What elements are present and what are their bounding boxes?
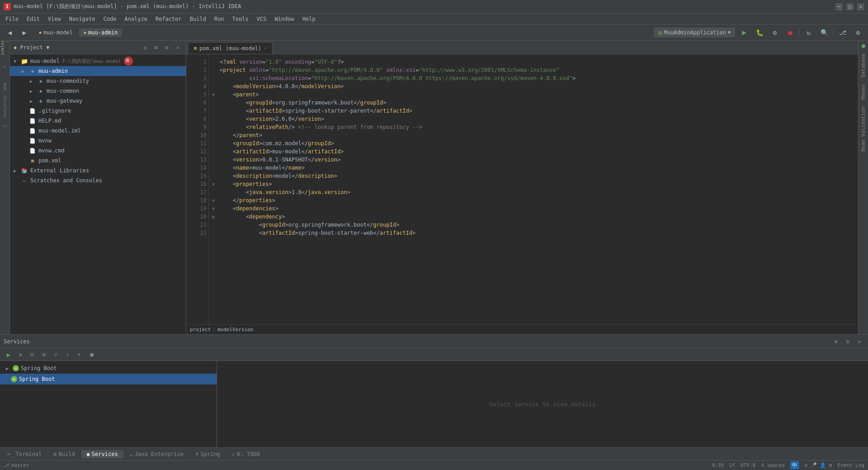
panel-close-btn[interactable]: ✕: [173, 43, 182, 52]
tree-item-pom-xml[interactable]: m pom.xml: [10, 156, 186, 166]
tree-root-muu-model[interactable]: ▼ 📁 muu-model F:\我的项目\muu-model 🔍: [10, 56, 186, 66]
status-line-ending[interactable]: LF: [729, 462, 735, 468]
bean-validation-side-tab[interactable]: Bean Validation: [859, 103, 867, 155]
tree-item-mvnw[interactable]: 📄 mvnw: [10, 136, 186, 146]
toolbar-forward-btn[interactable]: ▶: [18, 26, 31, 39]
maximize-button[interactable]: □: [846, 3, 854, 10]
menu-run[interactable]: Run: [211, 15, 228, 23]
minimize-button[interactable]: ─: [835, 3, 843, 10]
tree-item-scratches[interactable]: ✏ Scratches and Consoles: [10, 176, 186, 185]
menu-help[interactable]: Help: [299, 15, 319, 23]
menu-analyze[interactable]: Analyze: [121, 15, 151, 23]
title-bar-left: I muu-model [F:\我的项目\muu-model] - pom.xm…: [4, 3, 241, 10]
run-config-label: MuuAdminApplication: [664, 29, 726, 36]
tab-todo[interactable]: ✓ 6: TODO: [226, 450, 265, 458]
services-collapse-btn[interactable]: ≡: [15, 350, 25, 360]
line-numbers: 1 2 3 4 5 6 7 8 9 10 11 12 13 14 15 16 1…: [186, 54, 209, 324]
project-tab-muu-model[interactable]: ◆ muu-model: [34, 28, 77, 37]
breadcrumb-project[interactable]: project: [190, 327, 211, 332]
tree-item-mvnw-cmd[interactable]: 📄 mvnw.cmd: [10, 146, 186, 156]
close-button[interactable]: ✕: [857, 3, 864, 10]
status-position[interactable]: 4:39: [712, 462, 724, 468]
editor-tab-close[interactable]: ✕: [264, 46, 267, 51]
services-expand-btn[interactable]: ⊟: [27, 350, 37, 360]
services-new-btn[interactable]: +: [74, 350, 84, 360]
menu-vcs[interactable]: VCS: [253, 15, 270, 23]
stop-button[interactable]: ■: [784, 26, 797, 39]
menu-build[interactable]: Build: [186, 15, 210, 23]
services-run-btn[interactable]: ▶: [4, 350, 14, 360]
z-structure-side-tab[interactable]: Z: [1, 122, 9, 130]
status-event-log[interactable]: Event Log: [837, 462, 864, 468]
menu-code[interactable]: Code: [100, 15, 120, 23]
services-settings-btn[interactable]: ⚙: [843, 337, 853, 347]
web-side-tab[interactable]: Web: [1, 82, 9, 90]
services-icon: ◉: [87, 451, 90, 457]
run-config-dropdown[interactable]: ⚙ MuuAdminApplication ▼: [654, 28, 735, 38]
tab-services[interactable]: ◉ Services: [81, 450, 123, 458]
tree-item-help-md-label: HELP.md: [38, 118, 61, 124]
code-content[interactable]: <?xml version="1.0" encoding="UTF-8"?> <…: [218, 54, 858, 324]
breadcrumb-modelversion[interactable]: modelVersion: [217, 327, 253, 332]
services-pin-btn[interactable]: ↑: [62, 350, 72, 360]
vcs-btn[interactable]: ⎇: [836, 26, 849, 39]
menu-navigate[interactable]: Navigate: [66, 15, 99, 23]
run-with-coverage-btn[interactable]: ⚙: [769, 26, 781, 39]
title-text: muu-model [F:\我的项目\muu-model] - pom.xml …: [14, 3, 241, 10]
todo-icon: ✓: [232, 451, 235, 457]
tree-item-muu-admin[interactable]: ▶ ◆ muu-admin: [10, 66, 186, 76]
services-add-btn[interactable]: ⊕: [831, 337, 841, 347]
springboot-icon: ⚙: [13, 365, 19, 371]
tree-item-external-libraries[interactable]: ▶ 📚 External Libraries: [10, 166, 186, 176]
status-indent[interactable]: 4 spaces: [761, 462, 785, 468]
project-tree: ▼ 📁 muu-model F:\我的项目\muu-model 🔍 ▶ ◆ mu…: [10, 54, 186, 334]
menu-refactor[interactable]: Refactor: [152, 15, 185, 23]
update-btn[interactable]: ↻: [802, 26, 815, 39]
tree-item-gitignore[interactable]: 📄 .gitignore: [10, 106, 186, 116]
java-enterprise-icon: ☕: [130, 451, 133, 457]
tree-item-help-md[interactable]: 📄 HELP.md: [10, 116, 186, 126]
editor-tab-pom-xml[interactable]: m pom.xml (muu-model) ✕: [188, 42, 273, 54]
services-close-btn[interactable]: ✕: [854, 337, 864, 347]
status-git[interactable]: ⎇ master: [4, 462, 29, 468]
debug-button[interactable]: 🐛: [753, 26, 766, 39]
tree-item-muu-common[interactable]: ▶ ◆ muu-common: [10, 86, 186, 96]
tree-item-muu-model-iml[interactable]: 📄 muu-model.iml: [10, 126, 186, 136]
project-tab-muu-admin[interactable]: ◆ muu-admin: [79, 28, 122, 37]
toolbar-back-btn[interactable]: ◀: [4, 26, 16, 39]
search-icon[interactable]: 🔍: [124, 57, 133, 66]
tab-build-label: Build: [58, 451, 75, 457]
menu-file[interactable]: File: [2, 15, 22, 23]
code-editor[interactable]: 1 2 3 4 5 6 7 8 9 10 11 12 13 14 15 16 1…: [186, 54, 858, 324]
services-spring-boot-parent[interactable]: ▶ ⚙ Spring Boot: [0, 363, 217, 374]
build-icon: ⚙: [53, 451, 57, 457]
panel-expand-btn[interactable]: ⊞: [151, 43, 160, 52]
services-group-btn[interactable]: ⊞: [39, 350, 49, 360]
menu-window[interactable]: Window: [271, 15, 297, 23]
tab-java-enterprise[interactable]: ☕ Java Enterprise: [124, 450, 189, 458]
database-side-tab[interactable]: Database: [859, 50, 867, 81]
tree-item-muu-commodity[interactable]: ▶ ◆ muu-commodity: [10, 76, 186, 86]
services-filter-btn[interactable]: ▽: [51, 350, 61, 360]
tree-item-muu-gateway[interactable]: ▶ ◆ muu-gateway: [10, 96, 186, 106]
search-everywhere-btn[interactable]: 🔍: [818, 26, 830, 39]
tab-spring[interactable]: ⚘ Spring: [190, 450, 226, 458]
menu-tools[interactable]: Tools: [229, 15, 252, 23]
project-side-tab[interactable]: 1: Project: [1, 43, 9, 51]
tab-build[interactable]: ⚙ Build: [48, 450, 80, 458]
favorites-side-tab[interactable]: ★: [1, 62, 9, 71]
run-button[interactable]: ▶: [738, 26, 750, 39]
panel-settings-btn[interactable]: ⚙: [162, 43, 171, 52]
ime-indicator[interactable]: 中: [790, 461, 799, 469]
app-icon: I: [4, 3, 11, 10]
tab-terminal[interactable]: >_ Terminal: [2, 450, 47, 458]
panel-locate-btn[interactable]: ◎: [141, 43, 150, 52]
settings-btn[interactable]: ⚙: [852, 26, 864, 39]
structure-side-tab[interactable]: Structure: [1, 102, 9, 110]
menu-view[interactable]: View: [44, 15, 65, 23]
maven-side-tab[interactable]: Maven: [859, 81, 867, 103]
services-spring-boot-item[interactable]: ⚙ Spring Boot: [0, 374, 217, 385]
status-encoding[interactable]: UTF-8: [741, 462, 755, 468]
services-stop-btn[interactable]: ■: [87, 350, 97, 360]
menu-edit[interactable]: Edit: [23, 15, 43, 23]
